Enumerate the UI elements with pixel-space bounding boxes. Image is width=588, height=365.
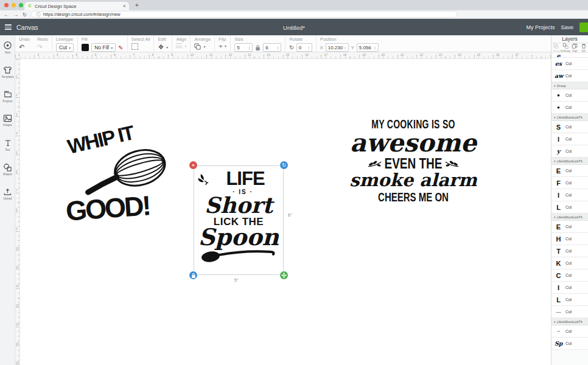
layer-thumbnail: es [555, 60, 562, 68]
window-close-button[interactable] [4, 3, 9, 7]
layer-group-header[interactable]: ▾ Group [551, 82, 588, 89]
design-my-cooking[interactable]: MY COOKING IS SO awesome EVEN THE smoke … [364, 119, 463, 228]
undo-icon[interactable]: ↶ [19, 43, 24, 50]
browser-tab[interactable]: C Cricut Design Space × [24, 2, 129, 10]
lock-icon[interactable] [255, 44, 261, 51]
sidebar-item-shapes[interactable]: Shapes [0, 157, 15, 181]
layer-thumbnail: ~ [555, 328, 562, 335]
layer-group-header[interactable]: ▾ LifeIsShortLickTh [551, 114, 588, 121]
ruler-number: 1 [18, 53, 20, 57]
layer-row[interactable]: ● Cut [551, 89, 588, 102]
redo-group: Redo ↷ [33, 35, 52, 52]
layer-row[interactable]: aw Cut [551, 70, 588, 82]
layer-row[interactable]: I Cut [551, 282, 588, 294]
edit-icon[interactable]: ❖ [158, 43, 164, 50]
stepper-icon[interactable]: ↕ [307, 46, 310, 50]
design-whip-it-good[interactable]: WHIP IT GOOD! [66, 120, 173, 224]
ungroup-button[interactable]: UnGroup [561, 43, 570, 52]
layer-group-header[interactable]: ▾ LifeIsShortLickTh [551, 318, 588, 325]
pen-icon[interactable]: ✎ [118, 44, 123, 51]
lock-handle[interactable] [189, 271, 197, 279]
layer-linetype-label: Cut [565, 193, 572, 197]
layer-row[interactable]: C Cut [551, 269, 588, 282]
layer-thumbnail: aw [555, 72, 562, 80]
flip-icon[interactable]: ◃▹ [219, 43, 222, 49]
position-x-field[interactable]: 10.230 ↕ [326, 43, 349, 52]
forward-icon[interactable]: → [13, 12, 19, 18]
layer-row[interactable]: L Cut [551, 294, 588, 306]
redo-icon[interactable]: ↷ [37, 43, 43, 50]
ruler-number: 9 [16, 228, 18, 231]
delete-button[interactable]: Del [579, 43, 588, 52]
layer-group-header[interactable]: ▾ LifeIsShortLickTh [551, 214, 588, 221]
layer-row[interactable]: Sp Cut [551, 338, 588, 350]
arrange-label: Arrange [194, 36, 211, 42]
rotate-handle[interactable]: ↻ [280, 161, 288, 169]
layer-group-header[interactable]: ▾ LifeIsShortLickTh [551, 158, 588, 165]
tab-close-icon[interactable]: × [123, 4, 126, 9]
select-all-icon[interactable] [131, 43, 138, 50]
group-name: LifeIsShortLickTh [557, 320, 583, 324]
layer-row-partial[interactable]: e [551, 53, 588, 58]
width-field[interactable]: 5 ↕ [234, 43, 253, 52]
layer-row[interactable]: I Cut [551, 189, 588, 201]
layer-row[interactable]: L Cut [551, 201, 588, 214]
window-zoom-button[interactable] [19, 3, 23, 7]
delete-handle[interactable]: × [189, 161, 197, 169]
group-button[interactable]: Group [551, 43, 561, 52]
duplicate-button[interactable]: Dupl [570, 43, 579, 52]
layer-row[interactable]: S Cut [551, 121, 588, 133]
layer-row[interactable]: y Cut [551, 145, 588, 158]
address-bar[interactable]: ⓘ https://design.cricut.com/#/design/new [31, 11, 457, 18]
rotate-field[interactable]: 0 ↕ [296, 43, 312, 52]
ruler-number: 23 [439, 53, 443, 57]
linetype-dropdown[interactable]: Cut ▾ [56, 43, 74, 52]
edit-group: Edit ❖ ▾ [154, 35, 172, 52]
window-minimize-button[interactable] [12, 3, 16, 7]
stepper-icon[interactable]: ↕ [248, 46, 251, 50]
make-it-button[interactable] [579, 23, 588, 32]
layer-row[interactable]: T Cut [551, 245, 588, 257]
position-y-field[interactable]: 5.056 ↕ [357, 43, 379, 52]
sidebar-item-new[interactable]: New [0, 35, 15, 60]
arrange-icon[interactable] [194, 43, 201, 50]
selection-height-label: 6" [288, 213, 292, 217]
layer-row[interactable]: es Cut [551, 58, 588, 70]
layer-row[interactable]: ● Cut [551, 102, 588, 114]
my-projects-button[interactable]: My Projects [526, 24, 555, 30]
sidebar-item-upload[interactable]: Upload [0, 181, 15, 206]
layer-row[interactable]: E Cut [551, 221, 588, 233]
page-info-icon[interactable]: ⓘ [36, 12, 41, 18]
align-icon[interactable] [176, 43, 182, 48]
save-button[interactable]: Save [561, 24, 573, 30]
stepper-icon[interactable]: ↕ [344, 46, 346, 50]
color-swatch[interactable] [82, 44, 89, 51]
layer-row[interactable]: l Cut [551, 133, 588, 145]
height-field[interactable]: 6 ↕ [263, 43, 281, 52]
fill-dropdown[interactable]: No Fill ▾ [91, 43, 116, 52]
stepper-icon[interactable]: ↕ [277, 46, 279, 50]
new-tab-button[interactable]: + [135, 2, 139, 9]
refresh-icon[interactable]: ↻ [23, 12, 27, 18]
selected-design-life-is-short[interactable]: LIFE · IS · Short LICK THE Spoon × ↻ [194, 165, 284, 275]
design-canvas[interactable]: WHIP IT GOOD! [20, 59, 551, 365]
leaf-sprig-icon [444, 159, 459, 169]
layer-row[interactable]: H Cut [551, 233, 588, 245]
ruler-number: 2 [16, 94, 18, 97]
layer-row[interactable]: ~ Cut [551, 325, 588, 338]
layer-row[interactable]: K Cut [551, 257, 588, 269]
back-icon[interactable]: ← [4, 12, 9, 18]
stepper-icon[interactable]: ↕ [374, 46, 376, 50]
layer-row[interactable]: F Cut [551, 177, 588, 189]
height-value: 6 [265, 45, 268, 50]
sidebar-item-images[interactable]: Images [0, 108, 15, 133]
tshirt-icon [3, 66, 12, 74]
sidebar-item-templates[interactable]: Templates [0, 60, 15, 84]
ruler-number: 4 [16, 132, 18, 135]
sidebar-item-projects[interactable]: Projects [0, 84, 15, 108]
layer-row[interactable]: E Cut [551, 165, 588, 177]
layer-row[interactable]: — Cut [551, 306, 588, 318]
layer-thumbnail: ● [555, 92, 562, 99]
sidebar-item-text[interactable]: Text [0, 133, 15, 157]
resize-handle[interactable] [280, 271, 288, 279]
